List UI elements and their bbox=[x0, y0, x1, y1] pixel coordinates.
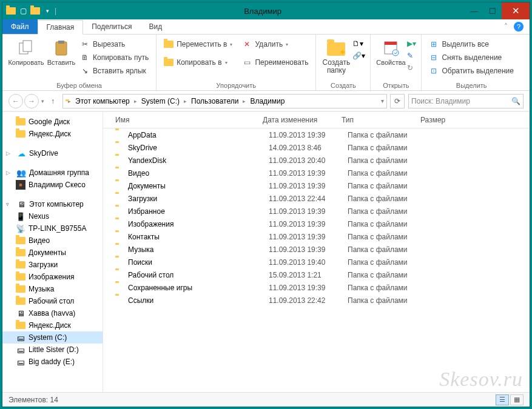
sidebar-item-big-daddy[interactable]: 🖴Big daddy (E:) bbox=[2, 356, 103, 368]
easy-access-icon[interactable]: 🔗▾ bbox=[352, 52, 365, 60]
table-row[interactable]: Рабочий стол15.09.2013 1:21Папка с файла… bbox=[103, 268, 530, 281]
sidebar-item-tplink[interactable]: 📡TP-LINK_B9755A bbox=[2, 222, 103, 234]
sidebar-item-little-sister[interactable]: 🖴Little Sister (D:) bbox=[2, 344, 103, 356]
column-header-name[interactable]: Имя bbox=[103, 116, 258, 124]
cut-button[interactable]: ✂Вырезать bbox=[78, 38, 151, 50]
refresh-button[interactable]: ⟳ bbox=[390, 94, 405, 108]
history-dropdown-icon[interactable]: ▾ bbox=[40, 98, 45, 104]
forward-button[interactable]: → bbox=[24, 94, 39, 108]
breadcrumb-item[interactable]: Пользователи bbox=[189, 97, 240, 105]
sidebar-item-pictures[interactable]: Изображения bbox=[2, 271, 103, 283]
properties-button[interactable]: Свойства bbox=[375, 37, 406, 79]
column-header-date[interactable]: Дата изменения bbox=[258, 116, 337, 124]
table-row[interactable]: Документы11.09.2013 19:39Папка с файлами bbox=[103, 179, 530, 192]
file-name: Поиски bbox=[128, 258, 269, 267]
breadcrumb-item[interactable]: Владимир bbox=[248, 97, 286, 105]
file-date: 11.09.2013 22:44 bbox=[269, 195, 348, 203]
copy-to-button[interactable]: Копировать в ▾ bbox=[161, 56, 235, 68]
sidebar-item-homegroup[interactable]: ▷👥Домашняя группа bbox=[2, 167, 103, 179]
sidebar-item-desktop[interactable]: Рабочий стол bbox=[2, 295, 103, 307]
rename-icon: ▭ bbox=[242, 58, 252, 67]
table-row[interactable]: Ссылки11.09.2013 22:42Папка с файлами bbox=[103, 294, 530, 307]
table-row[interactable]: Загрузки11.09.2013 22:44Папка с файлами bbox=[103, 192, 530, 205]
new-folder-button[interactable]: Создатьпапку bbox=[321, 37, 351, 79]
file-name: Документы bbox=[128, 182, 269, 190]
table-row[interactable]: Изображения11.09.2013 19:39Папка с файла… bbox=[103, 218, 530, 230]
file-type: Папка с файлами bbox=[348, 207, 439, 216]
sidebar-item-nexus[interactable]: 📱Nexus bbox=[2, 210, 103, 222]
file-type: Папка с файлами bbox=[348, 195, 439, 203]
move-to-button[interactable]: Переместить в ▾ bbox=[161, 38, 235, 50]
select-all-button[interactable]: ⊞Выделить все bbox=[426, 38, 516, 50]
sidebar-item-user[interactable]: ■Владимир Скесо bbox=[2, 179, 103, 191]
address-bar[interactable]: ▸ Этот компьютер▸ System (C:)▸ Пользоват… bbox=[62, 94, 387, 108]
folder-icon bbox=[115, 207, 125, 216]
table-row[interactable]: YandexDisk11.09.2013 20:40Папка с файлам… bbox=[103, 154, 530, 167]
invert-selection-button[interactable]: ⊡Обратить выделение bbox=[426, 65, 516, 77]
sidebar-item-skydrive[interactable]: ▷☁SkyDrive bbox=[2, 147, 103, 159]
file-type: Папка с файлами bbox=[348, 182, 439, 190]
drive-icon: 🖴 bbox=[16, 345, 25, 354]
search-input[interactable]: Поиск: Владимир 🔍 bbox=[408, 94, 524, 108]
view-details-button[interactable]: ☰ bbox=[496, 394, 509, 405]
back-button[interactable]: ← bbox=[8, 94, 23, 108]
sidebar-item-video[interactable]: Видео bbox=[2, 234, 103, 247]
title-bar: ▢ ▾ | Владимир — ☐ ✕ bbox=[2, 2, 530, 19]
user-avatar-icon: ■ bbox=[16, 180, 25, 190]
sidebar-item-music[interactable]: Музыка bbox=[2, 283, 103, 295]
column-header-size[interactable]: Размер bbox=[416, 116, 530, 124]
select-none-button[interactable]: ⊟Снять выделение bbox=[426, 52, 516, 64]
sidebar-item-downloads[interactable]: Загрузки bbox=[2, 259, 103, 271]
rename-button[interactable]: ▭Переименовать bbox=[240, 56, 311, 68]
table-row[interactable]: Контакты11.09.2013 19:39Папка с файлами bbox=[103, 230, 530, 243]
edit-icon[interactable]: ✎ bbox=[407, 52, 416, 60]
address-dropdown-icon[interactable]: ▾ bbox=[381, 98, 384, 104]
table-row[interactable]: Видео11.09.2013 19:39Папка с файлами bbox=[103, 167, 530, 179]
qat-dropdown-icon[interactable]: ▾ bbox=[42, 6, 52, 16]
folder-icon bbox=[115, 194, 125, 204]
new-folder-qat-icon[interactable] bbox=[30, 6, 40, 16]
history-icon[interactable]: ↻ bbox=[407, 64, 416, 72]
file-name: Контакты bbox=[128, 233, 269, 241]
sidebar-item-system-c[interactable]: 🖴System (C:) bbox=[2, 331, 103, 344]
new-item-icon[interactable]: 🗋▾ bbox=[352, 39, 365, 48]
column-header-type[interactable]: Тип bbox=[337, 116, 416, 124]
table-row[interactable]: SkyDrive14.09.2013 8:46Папка с файлами bbox=[103, 141, 530, 154]
breadcrumb-item[interactable]: Этот компьютер bbox=[73, 97, 132, 105]
table-row[interactable]: Музыка11.09.2013 19:39Папка с файлами bbox=[103, 243, 530, 256]
close-button[interactable]: ✕ bbox=[502, 2, 530, 19]
view-icons-button[interactable]: ▦ bbox=[510, 394, 524, 405]
table-row[interactable]: Поиски11.09.2013 19:40Папка с файлами bbox=[103, 256, 530, 268]
help-icon[interactable]: ? bbox=[514, 22, 524, 32]
table-row[interactable]: AppData11.09.2013 19:39Папка с файлами bbox=[103, 128, 530, 141]
table-row[interactable]: Сохраненные игры11.09.2013 19:39Папка с … bbox=[103, 281, 530, 294]
tab-home[interactable]: Главная bbox=[38, 20, 84, 35]
navigation-pane[interactable]: Google Диск Яндекс.Диск ▷☁SkyDrive ▷👥Дом… bbox=[2, 112, 103, 392]
open-icon[interactable]: ▶▾ bbox=[407, 39, 416, 48]
sidebar-item-this-pc[interactable]: ▿🖥Этот компьютер bbox=[2, 198, 103, 210]
tab-view[interactable]: Вид bbox=[140, 19, 170, 34]
copy-button[interactable]: Копировать bbox=[7, 37, 45, 79]
sidebar-item-google-disk[interactable]: Google Диск bbox=[2, 116, 103, 128]
tab-share[interactable]: Поделиться bbox=[83, 19, 140, 34]
up-button[interactable]: ↑ bbox=[47, 95, 59, 107]
copy-path-button[interactable]: 🗎Копировать путь bbox=[78, 52, 151, 64]
minimize-button[interactable]: — bbox=[465, 2, 483, 19]
table-row[interactable]: Избранное11.09.2013 19:39Папка с файлами bbox=[103, 205, 530, 218]
sidebar-item-yandex-disk[interactable]: Яндекс.Диск bbox=[2, 128, 103, 140]
sidebar-item-documents[interactable]: Документы bbox=[2, 247, 103, 259]
minimize-ribbon-icon[interactable]: ˄ bbox=[504, 22, 508, 31]
properties-qat-icon[interactable]: ▢ bbox=[18, 6, 28, 16]
sidebar-item-havva[interactable]: 🖥Хавва (havva) bbox=[2, 307, 103, 319]
file-list[interactable]: AppData11.09.2013 19:39Папка с файламиSk… bbox=[103, 128, 530, 392]
delete-button[interactable]: ✕Удалить ▾ bbox=[240, 38, 311, 50]
tab-file[interactable]: Файл bbox=[2, 19, 38, 34]
paste-button[interactable]: Вставить bbox=[46, 37, 76, 79]
file-type: Папка с файлами bbox=[348, 131, 439, 139]
paste-shortcut-button[interactable]: ↘Вставить ярлык bbox=[78, 65, 151, 77]
select-none-icon: ⊟ bbox=[429, 53, 439, 62]
breadcrumb-item[interactable]: System (C:) bbox=[140, 97, 181, 105]
maximize-button[interactable]: ☐ bbox=[483, 2, 502, 19]
sidebar-item-yandex-disk-drive[interactable]: Яндекс.Диск bbox=[2, 319, 103, 331]
file-name: Избранное bbox=[128, 207, 269, 216]
